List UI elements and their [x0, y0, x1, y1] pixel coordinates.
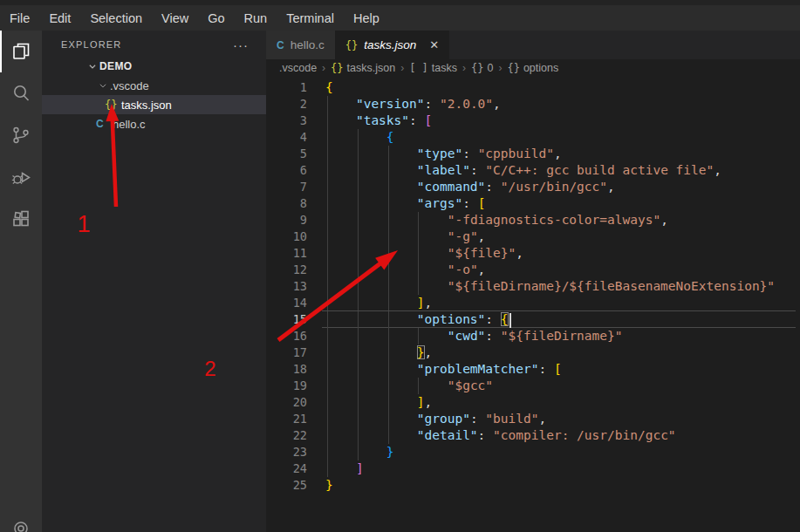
code-token: {	[325, 80, 333, 94]
code-text: "type": "cppbuild",	[325, 146, 562, 162]
code-line-25[interactable]: 25}	[266, 477, 800, 494]
code-token	[325, 412, 417, 426]
line-number: 17	[266, 344, 307, 361]
line-number: 24	[266, 460, 307, 477]
code-line-7[interactable]: 7 "command": "/usr/bin/gcc",	[266, 179, 800, 195]
menu-file[interactable]: File	[0, 11, 39, 25]
menu-edit[interactable]: Edit	[39, 11, 80, 25]
json-symbol-icon: {}	[331, 62, 343, 74]
file-tasks-json-label: tasks.json	[121, 99, 172, 112]
code-line-3[interactable]: 3 "tasks": [	[266, 113, 800, 129]
line-number: 16	[266, 328, 307, 344]
ellipsis-icon[interactable]: ···	[233, 38, 249, 52]
code-text: "${fileDirname}/${fileBasenameNoExtensio…	[325, 278, 775, 295]
code-line-1[interactable]: 1{	[266, 79, 800, 96]
code-line-12[interactable]: 12 "-o",	[266, 262, 800, 278]
code-line-9[interactable]: 9 "-fdiagnostics-color=always",	[266, 212, 800, 228]
code-line-17[interactable]: 17 },	[266, 344, 800, 361]
code-line-16[interactable]: 16 "cwd": "${fileDirname}"	[266, 328, 800, 344]
code-text: "command": "/usr/bin/gcc",	[325, 179, 615, 195]
gear-icon[interactable]	[10, 518, 31, 532]
code-text: {	[325, 129, 394, 146]
tab-hello-c[interactable]: C hello.c	[266, 31, 335, 59]
code-token: :	[485, 329, 500, 343]
c-file-icon: C	[277, 39, 284, 51]
code-token	[325, 97, 356, 111]
code-token	[325, 147, 417, 160]
breadcrumb-tasks[interactable]: [ ] tasks	[409, 62, 457, 74]
breadcrumb-tasks-json[interactable]: {} tasks.json	[331, 62, 395, 74]
line-number: 6	[266, 162, 307, 179]
folder-vscode[interactable]: .vscode	[42, 76, 266, 95]
file-tasks-json[interactable]: {} tasks.json	[42, 95, 266, 114]
code-token: "options"	[417, 312, 486, 326]
breadcrumb-label: 0	[487, 62, 493, 74]
code-token: :	[485, 312, 500, 326]
code-text: "detail": "compiler: /usr/bin/gcc"	[325, 427, 676, 444]
code-text: ]	[325, 460, 364, 477]
code-token: "-o"	[448, 263, 478, 276]
menu-run[interactable]: Run	[235, 11, 277, 25]
extensions-icon[interactable]	[0, 198, 42, 240]
tab-tasks-json-label: tasks.json	[364, 38, 416, 51]
code-token: :	[478, 428, 493, 442]
code-area[interactable]: 1{2 "version": "2.0.0",3 "tasks": [4 {5 …	[266, 77, 800, 532]
menu-help[interactable]: Help	[344, 11, 389, 25]
breadcrumb-0[interactable]: {} 0	[471, 62, 493, 74]
code-token	[325, 229, 448, 243]
code-token: "${file}"	[448, 246, 516, 260]
menu-terminal[interactable]: Terminal	[277, 11, 344, 25]
explorer-icon[interactable]	[0, 31, 42, 72]
code-line-18[interactable]: 18 "problemMatcher": [	[266, 361, 800, 378]
code-line-13[interactable]: 13 "${fileDirname}/${fileBasenameNoExten…	[266, 278, 800, 295]
explorer-sidebar: EXPLORER ··· DEMO .vscode {} tasks.json …	[42, 31, 266, 532]
code-text: "${file}",	[325, 245, 523, 262]
tab-hello-c-label: hello.c	[291, 38, 325, 51]
breadcrumb-options[interactable]: {} options	[507, 62, 558, 74]
run-debug-icon[interactable]	[0, 156, 42, 198]
code-text: "tasks": [	[325, 113, 432, 129]
code-line-11[interactable]: 11 "${file}",	[266, 245, 800, 262]
code-line-20[interactable]: 20 ],	[266, 394, 800, 411]
code-line-21[interactable]: 21 "group": "build",	[266, 411, 800, 427]
code-line-22[interactable]: 22 "detail": "compiler: /usr/bin/gcc"	[266, 427, 800, 444]
code-line-8[interactable]: 8 "args": [	[266, 195, 800, 212]
search-icon[interactable]	[0, 72, 42, 114]
code-token: }	[386, 445, 394, 459]
code-line-5[interactable]: 5 "type": "cppbuild",	[266, 146, 800, 162]
code-line-15[interactable]: 15 "options": {	[266, 311, 800, 328]
code-token: "/usr/bin/gcc"	[501, 180, 607, 194]
code-text: "options": {	[325, 311, 511, 328]
code-token: "command"	[417, 180, 486, 194]
code-token: ,	[478, 229, 486, 243]
code-token: "args"	[417, 196, 462, 210]
workspace-root-demo[interactable]: DEMO	[42, 57, 266, 76]
code-token: ,	[714, 163, 721, 177]
code-line-4[interactable]: 4 {	[266, 129, 800, 146]
menu-go[interactable]: Go	[198, 11, 234, 25]
file-hello-c-label: hello.c	[113, 118, 146, 131]
line-number: 18	[266, 361, 307, 378]
breadcrumb-label: options	[523, 62, 558, 74]
file-hello-c[interactable]: C hello.c	[42, 114, 266, 133]
menu-selection[interactable]: Selection	[80, 11, 152, 25]
breadcrumb-separator: ›	[498, 62, 502, 74]
code-line-23[interactable]: 23 }	[266, 444, 800, 460]
menu-view[interactable]: View	[152, 11, 198, 25]
code-line-19[interactable]: 19 "$gcc"	[266, 378, 800, 394]
close-icon[interactable]: ✕	[429, 38, 439, 51]
code-token	[325, 329, 448, 343]
line-number: 2	[266, 96, 307, 113]
tab-tasks-json[interactable]: {} tasks.json ✕	[335, 31, 449, 59]
source-control-icon[interactable]	[0, 114, 42, 156]
code-line-2[interactable]: 2 "version": "2.0.0",	[266, 96, 800, 113]
code-token: "${fileDirname}/${fileBasenameNoExtensio…	[448, 279, 775, 293]
explorer-title: EXPLORER	[61, 39, 122, 50]
code-line-10[interactable]: 10 "-g",	[266, 228, 800, 245]
breadcrumb-vscode[interactable]: .vscode	[279, 62, 317, 74]
code-line-6[interactable]: 6 "label": "C/C++: gcc build active file…	[266, 162, 800, 179]
code-line-24[interactable]: 24 ]	[266, 460, 800, 477]
code-token: [	[554, 362, 562, 376]
code-text: "-fdiagnostics-color=always",	[325, 212, 668, 228]
code-line-14[interactable]: 14 ],	[266, 295, 800, 311]
